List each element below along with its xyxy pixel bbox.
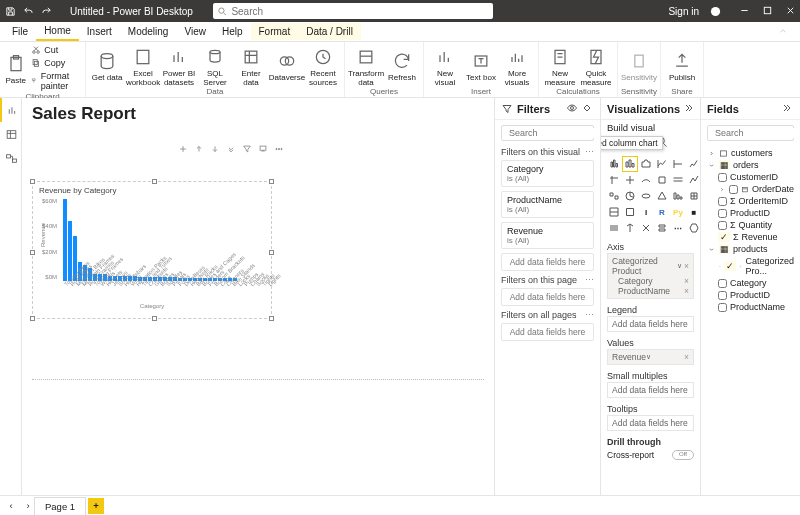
- filters-visibility-icon[interactable]: [566, 102, 578, 116]
- refresh-button[interactable]: Refresh: [385, 49, 419, 82]
- ribbon-collapse-icon[interactable]: [770, 23, 796, 41]
- filters-collapse-icon[interactable]: [582, 102, 594, 116]
- table-orders[interactable]: ▦orders: [707, 159, 794, 171]
- maximize-icon[interactable]: [762, 5, 773, 18]
- page-nav-prev[interactable]: ‹: [0, 500, 22, 511]
- tooltips-well[interactable]: Add data fields here: [607, 415, 694, 431]
- viz-type-1[interactable]: [623, 157, 637, 171]
- filter-card[interactable]: Categoryis (All): [501, 160, 594, 187]
- report-view-icon[interactable]: [0, 98, 22, 122]
- viz-type-25[interactable]: [623, 221, 637, 235]
- redo-icon[interactable]: [40, 5, 52, 17]
- menu-data-drill[interactable]: Data / Drill: [298, 23, 361, 40]
- cross-report-toggle[interactable]: Off: [672, 450, 694, 460]
- sql-server-button[interactable]: SQL Server: [198, 45, 232, 87]
- filters-search[interactable]: [501, 125, 594, 141]
- drill-down-icon[interactable]: [210, 144, 220, 156]
- menu-home[interactable]: Home: [36, 22, 79, 41]
- viz-type-21[interactable]: R: [655, 205, 669, 219]
- undo-icon[interactable]: [22, 5, 34, 17]
- viz-type-6[interactable]: [607, 173, 621, 187]
- transform-data-button[interactable]: Transform data: [349, 45, 383, 87]
- get-data-button[interactable]: Get data: [90, 49, 124, 82]
- menu-modeling[interactable]: Modeling: [120, 23, 177, 40]
- format-painter-button[interactable]: Format painter: [29, 70, 81, 92]
- menu-help[interactable]: Help: [214, 23, 251, 40]
- add-filter-page[interactable]: Add data fields here: [501, 288, 594, 306]
- sign-in-button[interactable]: Sign in: [668, 6, 699, 17]
- axis-field-well[interactable]: Categorized Product∨× Category× ProductN…: [607, 253, 694, 299]
- new-visual-button[interactable]: New visual: [428, 45, 462, 87]
- viz-type-9[interactable]: [655, 173, 669, 187]
- viz-type-23[interactable]: ■: [687, 205, 700, 219]
- fields-search[interactable]: [707, 125, 794, 141]
- viz-type-15[interactable]: [655, 189, 669, 203]
- quick-measure-button[interactable]: Quick measure: [579, 45, 613, 87]
- viz-type-11[interactable]: [687, 173, 700, 187]
- options-icon[interactable]: [274, 144, 284, 156]
- viz-type-14[interactable]: [639, 189, 653, 203]
- filter-card[interactable]: Revenueis (All): [501, 222, 594, 249]
- field-orderitemid[interactable]: ΣOrderItemID: [707, 195, 794, 207]
- add-page-button[interactable]: +: [88, 498, 104, 514]
- copy-button[interactable]: Copy: [29, 57, 81, 69]
- titlebar-search[interactable]: [213, 3, 493, 19]
- viz-type-26[interactable]: [639, 221, 653, 235]
- pbi-datasets-button[interactable]: Power BI datasets: [162, 45, 196, 87]
- focus-mode-icon[interactable]: [178, 144, 188, 156]
- viz-type-10[interactable]: [671, 173, 685, 187]
- menu-view[interactable]: View: [176, 23, 214, 40]
- legend-field-well[interactable]: Add data fields here: [607, 316, 694, 332]
- field-productname[interactable]: ProductName: [707, 301, 794, 313]
- page-tab[interactable]: Page 1: [34, 497, 86, 515]
- viz-type-7[interactable]: [623, 173, 637, 187]
- viz-type-4[interactable]: [671, 157, 685, 171]
- page-nav-next[interactable]: ›: [22, 500, 34, 511]
- viz-type-18[interactable]: [607, 205, 621, 219]
- add-filter-visual[interactable]: Add data fields here: [501, 253, 594, 271]
- table-products[interactable]: ▦products: [707, 243, 794, 255]
- fields-collapse-icon[interactable]: [782, 102, 794, 116]
- expand-icon[interactable]: [226, 144, 236, 156]
- viz-type-8[interactable]: [639, 173, 653, 187]
- viz-type-29[interactable]: [687, 221, 700, 235]
- save-icon[interactable]: [4, 5, 16, 17]
- filter-toolbar-icon[interactable]: [242, 144, 252, 156]
- field-orderdate[interactable]: OrderDate: [707, 183, 794, 195]
- field-categorized-product[interactable]: ✓Categorized Pro...: [707, 255, 794, 277]
- viz-type-5[interactable]: [687, 157, 700, 171]
- cut-button[interactable]: Cut: [29, 44, 81, 56]
- field-productid-products[interactable]: ProductID: [707, 289, 794, 301]
- viz-type-19[interactable]: [623, 205, 637, 219]
- field-category[interactable]: Category: [707, 277, 794, 289]
- viz-type-22[interactable]: Py: [671, 205, 685, 219]
- drill-up-icon[interactable]: [194, 144, 204, 156]
- chart-visual[interactable]: Revenue by Category Revenue $60M$40M$20M…: [32, 181, 272, 319]
- viz-type-20[interactable]: I: [639, 205, 653, 219]
- excel-workbook-button[interactable]: Excel workbook: [126, 45, 160, 87]
- viz-collapse-icon[interactable]: [684, 102, 696, 116]
- enter-data-button[interactable]: Enter data: [234, 45, 268, 87]
- close-icon[interactable]: [785, 5, 796, 18]
- field-quantity[interactable]: ΣQuantity: [707, 219, 794, 231]
- new-measure-button[interactable]: New measure: [543, 45, 577, 87]
- viz-type-13[interactable]: [623, 189, 637, 203]
- field-revenue[interactable]: ✓ΣRevenue: [707, 231, 794, 243]
- menu-file[interactable]: File: [4, 23, 36, 40]
- field-productid-orders[interactable]: ProductID: [707, 207, 794, 219]
- more-visuals-button[interactable]: More visuals: [500, 45, 534, 87]
- viz-type-3[interactable]: [655, 157, 669, 171]
- model-view-icon[interactable]: [0, 146, 22, 170]
- viz-type-0[interactable]: [607, 157, 621, 171]
- viz-type-2[interactable]: [639, 157, 653, 171]
- filter-card[interactable]: ProductNameis (All): [501, 191, 594, 218]
- pin-icon[interactable]: [258, 144, 268, 156]
- viz-type-16[interactable]: [671, 189, 685, 203]
- data-view-icon[interactable]: [0, 122, 22, 146]
- dataverse-button[interactable]: Dataverse: [270, 49, 304, 82]
- minimize-icon[interactable]: [739, 5, 750, 18]
- small-multiples-well[interactable]: Add data fields here: [607, 382, 694, 398]
- text-box-button[interactable]: Text box: [464, 49, 498, 82]
- viz-type-12[interactable]: [607, 189, 621, 203]
- table-customers[interactable]: customers: [707, 147, 794, 159]
